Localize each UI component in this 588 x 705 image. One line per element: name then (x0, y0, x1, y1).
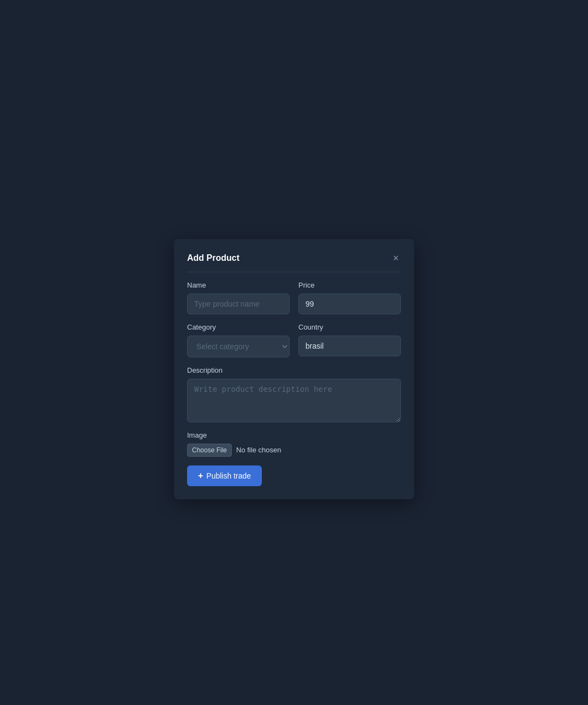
image-file-input[interactable] (187, 444, 296, 457)
modal-header: Add Product × (187, 252, 401, 272)
plus-icon: + (198, 471, 203, 481)
description-textarea[interactable] (187, 379, 401, 422)
modal-title: Add Product (187, 253, 239, 263)
image-group: Image (187, 431, 401, 457)
publish-trade-label: Publish trade (206, 471, 251, 480)
description-group: Description (187, 366, 401, 422)
price-label: Price (298, 281, 401, 289)
price-group: Price (298, 281, 401, 314)
image-label: Image (187, 431, 401, 439)
price-input[interactable] (298, 294, 401, 314)
category-group: Category Select category Electronics Clo… (187, 323, 290, 357)
image-row: Image (187, 431, 401, 457)
add-product-modal: Add Product × Name Price Category Select… (174, 239, 414, 499)
publish-trade-button[interactable]: + Publish trade (187, 465, 262, 486)
name-group: Name (187, 281, 290, 314)
name-input[interactable] (187, 294, 290, 314)
name-price-row: Name Price (187, 281, 401, 314)
modal-overlay: Add Product × Name Price Category Select… (0, 0, 588, 705)
close-button[interactable]: × (391, 252, 401, 264)
description-row: Description (187, 366, 401, 422)
description-label: Description (187, 366, 401, 374)
category-label: Category (187, 323, 290, 331)
category-country-row: Category Select category Electronics Clo… (187, 323, 401, 357)
name-label: Name (187, 281, 290, 289)
country-input[interactable] (298, 336, 401, 356)
file-input-wrapper (187, 444, 401, 457)
country-group: Country (298, 323, 401, 357)
country-label: Country (298, 323, 401, 331)
category-select[interactable]: Select category Electronics Clothing Foo… (187, 336, 290, 357)
